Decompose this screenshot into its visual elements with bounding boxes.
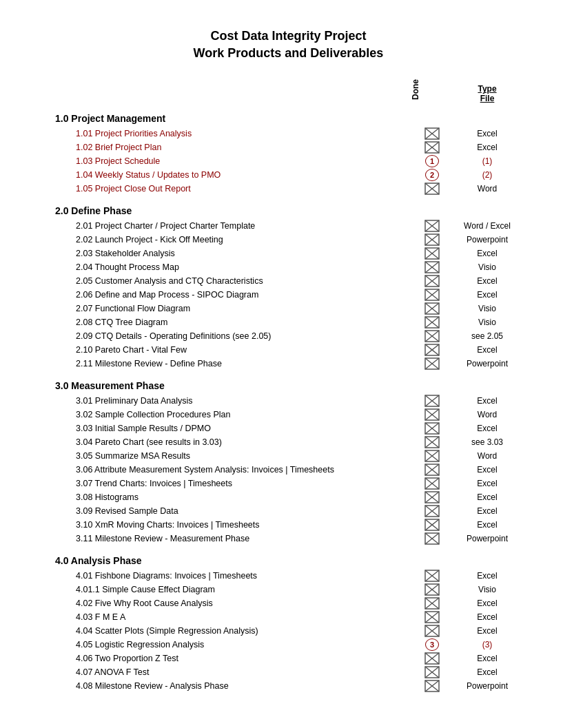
deliverable-row-i405[interactable]: 4.05 Logistic Regression Analysis3(3)	[55, 638, 522, 652]
done-cell	[411, 680, 453, 692]
deliverable-label: 1.04 Weekly Status / Updates to PMO	[55, 170, 411, 180]
deliverable-row-i210[interactable]: 2.10 Pareto Chart - Vital FewExcel	[55, 343, 522, 357]
deliverable-label: 4.07 ANOVA F Test	[55, 667, 411, 677]
deliverable-label: 2.06 Define and Map Process - SIPOC Diag…	[55, 290, 411, 300]
done-cell	[411, 220, 453, 232]
done-cell: 2	[411, 169, 453, 181]
deliverable-label: 3.01 Preliminary Data Analysis	[55, 396, 411, 406]
deliverable-label: 4.08 Milestone Review - Analysis Phase	[55, 681, 411, 691]
done-cell	[411, 422, 453, 435]
type-cell: see 3.03	[453, 437, 522, 447]
done-cell: 1	[411, 155, 453, 167]
page-title: Cost Data Integrity Project Work Product…	[55, 28, 522, 62]
deliverable-row-i202[interactable]: 2.02 Launch Project - Kick Off MeetingPo…	[55, 233, 522, 247]
deliverable-label: 3.06 Attribute Measurement System Analys…	[55, 465, 411, 475]
deliverable-row-i407[interactable]: 4.07 ANOVA F TestExcel	[55, 665, 522, 679]
deliverable-row-i301[interactable]: 3.01 Preliminary Data AnalysisExcel	[55, 394, 522, 408]
deliverable-row-i404[interactable]: 4.04 Scatter Plots (Simple Regression An…	[55, 624, 522, 638]
deliverable-row-i401[interactable]: 4.01 Fishbone Diagrams: Invoices | Times…	[55, 569, 522, 583]
type-cell: Excel	[453, 129, 522, 138]
deliverable-row-i203[interactable]: 2.03 Stakeholder AnalysisExcel	[55, 247, 522, 260]
deliverable-row-i304[interactable]: 3.04 Pareto Chart (see results in 3.03)s…	[55, 435, 522, 449]
type-cell: Excel	[453, 599, 522, 608]
done-cell	[411, 532, 453, 545]
deliverable-label: 2.07 Functional Flow Diagram	[55, 304, 411, 313]
deliverable-row-i201[interactable]: 2.01 Project Charter / Project Charter T…	[55, 219, 522, 233]
deliverable-label: 3.07 Trend Charts: Invoices | Timesheets	[55, 479, 411, 488]
deliverable-label: 2.11 Milestone Review - Define Phase	[55, 359, 411, 368]
deliverable-row-i408[interactable]: 4.08 Milestone Review - Analysis PhasePo…	[55, 679, 522, 693]
type-cell: Powerpoint	[453, 235, 522, 245]
deliverable-row-i204[interactable]: 2.04 Thought Process MapVisio	[55, 260, 522, 274]
deliverable-row-i211[interactable]: 2.11 Milestone Review - Define PhasePowe…	[55, 357, 522, 371]
deliverable-row-i310[interactable]: 3.10 XmR Moving Charts: Invoices | Times…	[55, 518, 522, 532]
type-cell: Word	[453, 410, 522, 419]
type-cell: (3)	[453, 640, 522, 649]
type-cell: Excel	[453, 345, 522, 355]
done-cell	[411, 247, 453, 260]
type-cell: Excel	[453, 479, 522, 488]
type-cell: (1)	[453, 156, 522, 166]
done-cell	[411, 261, 453, 273]
deliverable-row-i102[interactable]: 1.02 Brief Project PlanExcel	[55, 141, 522, 154]
type-cell: Visio	[453, 318, 522, 327]
type-cell: Excel	[453, 626, 522, 636]
file-header: File	[453, 94, 522, 103]
deliverable-label: 3.08 Histograms	[55, 492, 411, 502]
done-cell	[411, 275, 453, 287]
deliverable-label: 3.02 Sample Collection Procedures Plan	[55, 410, 411, 419]
deliverable-row-i309[interactable]: 3.09 Revised Sample DataExcel	[55, 504, 522, 518]
deliverable-row-i104[interactable]: 1.04 Weekly Status / Updates to PMO2(2)	[55, 168, 522, 182]
deliverable-row-i305[interactable]: 3.05 Summarize MSA ResultsWord	[55, 449, 522, 463]
deliverable-row-i403[interactable]: 4.03 F M E AExcel	[55, 610, 522, 624]
type-cell: Excel	[453, 424, 522, 433]
deliverable-row-i101[interactable]: 1.01 Project Priorities AnalysisExcel	[55, 127, 522, 141]
deliverable-row-i311[interactable]: 3.11 Milestone Review - Measurement Phas…	[55, 532, 522, 545]
deliverable-label: 3.04 Pareto Chart (see results in 3.03)	[55, 437, 411, 447]
done-cell: 3	[411, 638, 453, 651]
deliverable-row-i307[interactable]: 3.07 Trend Charts: Invoices | Timesheets…	[55, 477, 522, 490]
deliverable-label: 2.02 Launch Project - Kick Off Meeting	[55, 235, 411, 245]
deliverable-label: 4.01.1 Simple Cause Effect Diagram	[55, 585, 411, 594]
done-cell	[411, 464, 453, 476]
deliverable-row-i406[interactable]: 4.06 Two Proportion Z TestExcel	[55, 652, 522, 665]
done-cell	[411, 666, 453, 678]
done-cell	[411, 316, 453, 329]
deliverable-label: 2.10 Pareto Chart - Vital Few	[55, 345, 411, 355]
type-cell: Visio	[453, 585, 522, 594]
type-header: Type	[453, 84, 522, 94]
deliverable-row-i207[interactable]: 2.07 Functional Flow DiagramVisio	[55, 302, 522, 315]
deliverable-row-i4011[interactable]: 4.01.1 Simple Cause Effect DiagramVisio	[55, 583, 522, 596]
type-cell: Excel	[453, 143, 522, 152]
deliverable-row-i103[interactable]: 1.03 Project Schedule1(1)	[55, 154, 522, 168]
deliverable-row-i306[interactable]: 3.06 Attribute Measurement System Analys…	[55, 463, 522, 477]
type-cell: see 2.05	[453, 331, 522, 341]
deliverable-row-i308[interactable]: 3.08 HistogramsExcel	[55, 490, 522, 504]
type-cell: Visio	[453, 262, 522, 272]
deliverable-row-i402[interactable]: 4.02 Five Why Root Cause AnalysisExcel	[55, 596, 522, 610]
deliverable-label: 4.01 Fishbone Diagrams: Invoices | Times…	[55, 571, 411, 581]
deliverable-row-i206[interactable]: 2.06 Define and Map Process - SIPOC Diag…	[55, 288, 522, 302]
done-cell	[411, 141, 453, 154]
done-cell	[411, 127, 453, 140]
type-cell: Excel	[453, 667, 522, 677]
deliverable-row-i205[interactable]: 2.05 Customer Analysis and CTQ Character…	[55, 274, 522, 288]
deliverable-row-i303[interactable]: 3.03 Initial Sample Results / DPMOExcel	[55, 422, 522, 435]
done-cell	[411, 652, 453, 665]
deliverable-row-i105[interactable]: 1.05 Project Close Out ReportWord	[55, 182, 522, 196]
deliverable-label: 3.03 Initial Sample Results / DPMO	[55, 424, 411, 433]
deliverables-table: 1.0 Project Management1.01 Project Prior…	[55, 113, 522, 693]
done-cell	[411, 344, 453, 356]
done-cell	[411, 583, 453, 596]
deliverable-row-i302[interactable]: 3.02 Sample Collection Procedures PlanWo…	[55, 408, 522, 422]
done-cell	[411, 183, 453, 195]
done-cell	[411, 408, 453, 421]
type-cell: Powerpoint	[453, 359, 522, 368]
done-cell	[411, 450, 453, 462]
deliverable-row-i208[interactable]: 2.08 CTQ Tree DiagramVisio	[55, 315, 522, 329]
table-header: Done Type File	[55, 76, 522, 103]
type-cell: Excel	[453, 396, 522, 406]
deliverable-label: 1.02 Brief Project Plan	[55, 143, 411, 152]
done-cell	[411, 611, 453, 623]
deliverable-row-i209[interactable]: 2.09 CTQ Details - Operating Definitions…	[55, 329, 522, 343]
